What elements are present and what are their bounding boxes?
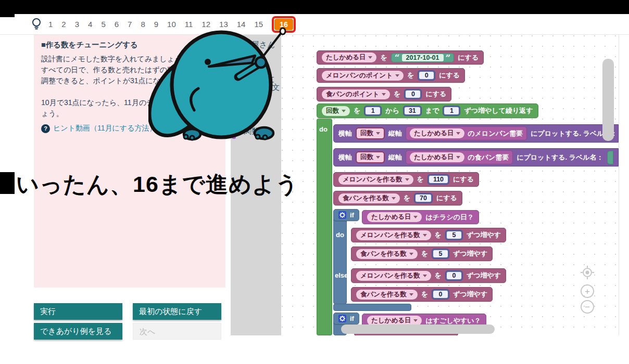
dropdown-caret-icon bbox=[376, 132, 380, 135]
step-8[interactable]: 8 bbox=[141, 20, 145, 29]
variable-dropdown-field[interactable]: 食パンを作る数 bbox=[338, 193, 400, 203]
variable-dropdown-field[interactable]: たしかめる日 bbox=[410, 128, 464, 138]
variable-dropdown-field[interactable]: たしかめる日 bbox=[367, 212, 422, 222]
dropdown-caret-icon bbox=[405, 178, 409, 181]
number-input-block[interactable]: 0 bbox=[418, 70, 435, 81]
block-label: まで bbox=[425, 106, 439, 115]
block-label: にする bbox=[458, 53, 479, 62]
step-4[interactable]: 4 bbox=[88, 20, 92, 29]
zoom-reset-button[interactable] bbox=[581, 266, 594, 279]
block-label: を bbox=[354, 106, 360, 115]
run-button[interactable]: 実行 bbox=[34, 303, 122, 320]
if1-bottom[interactable] bbox=[333, 304, 411, 311]
block-label: を bbox=[407, 71, 414, 80]
block-set-melonpan-point[interactable]: メロンパンのポイントを0にする bbox=[317, 68, 465, 83]
zoom-in-button[interactable]: + bbox=[581, 284, 594, 298]
if1-spine[interactable] bbox=[333, 212, 347, 304]
block-if1-do-shokupan[interactable]: 食パンを作る数を5ずつ増やす bbox=[351, 246, 493, 261]
step-2[interactable]: 2 bbox=[61, 20, 66, 29]
number-input-block[interactable]: 31 bbox=[403, 106, 422, 116]
text-block-stub[interactable] bbox=[607, 151, 613, 164]
next-button[interactable]: 次へ bbox=[133, 323, 221, 340]
block-count-loop-header[interactable]: 回数を1から31まで1ずつ増やして繰り返す bbox=[317, 103, 538, 118]
step-5[interactable]: 5 bbox=[101, 20, 105, 29]
block-label: ずつ増やす bbox=[453, 290, 487, 299]
k3tunnel-app: K3Tunnel ケイサントンネル ミッション名： パン屋さんのこまったを解決し… bbox=[0, 0, 629, 364]
block-label: を bbox=[435, 271, 442, 280]
block-if1-else-melonpan[interactable]: メロンパンを作る数を0ずつ増やす bbox=[351, 268, 506, 283]
step-7[interactable]: 7 bbox=[128, 20, 132, 29]
block-set-shokupan-make[interactable]: 食パンを作る数を70にする bbox=[333, 191, 462, 205]
vertical-scrollbar[interactable] bbox=[602, 59, 614, 141]
step-6[interactable]: 6 bbox=[115, 20, 119, 29]
number-input-block[interactable]: 1 bbox=[443, 106, 460, 116]
if1-do-label: do bbox=[336, 231, 344, 239]
block-label: の食パン需要 bbox=[468, 153, 509, 162]
variable-dropdown-field[interactable]: たしかめる日 bbox=[322, 53, 376, 62]
number-input-block[interactable]: 110 bbox=[427, 174, 449, 185]
block-if2-header[interactable]: if bbox=[333, 313, 359, 324]
block-plot-melonpan[interactable]: 横軸回数縦軸たしかめる日のメロンパン需要にプロットする. ラベル名： bbox=[333, 124, 619, 142]
variable-getter-block[interactable]: 回数 bbox=[356, 151, 385, 163]
zoom-out-button[interactable]: − bbox=[581, 300, 594, 314]
if1-else-label: else bbox=[335, 271, 348, 279]
text-input-block[interactable]: “2017-10-01” bbox=[391, 53, 455, 62]
step-1[interactable]: 1 bbox=[48, 20, 53, 29]
number-input-block[interactable]: 70 bbox=[414, 193, 433, 203]
number-input-block[interactable]: 1 bbox=[364, 106, 382, 116]
dropdown-caret-icon bbox=[413, 319, 418, 322]
block-label: を bbox=[421, 290, 428, 299]
block-label: ずつ増やす bbox=[453, 249, 487, 258]
number-input-block[interactable]: 0 bbox=[445, 270, 463, 281]
block-set-checkdate[interactable]: たしかめる日を“2017-10-01”にする bbox=[317, 50, 484, 64]
mutator-gear-icon[interactable] bbox=[338, 315, 346, 322]
dropdown-caret-icon bbox=[409, 253, 413, 255]
block-label: を bbox=[417, 175, 424, 184]
number-input-block[interactable]: 0 bbox=[404, 89, 422, 99]
horizontal-scrollbar[interactable] bbox=[341, 324, 495, 334]
variable-getter-block[interactable]: 回数 bbox=[356, 127, 385, 139]
variable-dropdown-field[interactable]: たしかめる日 bbox=[410, 152, 464, 162]
variable-dropdown-field[interactable]: メロンパンのポイント bbox=[322, 71, 404, 81]
dropdown-caret-icon bbox=[382, 93, 386, 96]
block-label: ずつ増やす bbox=[467, 271, 501, 280]
number-input-block[interactable]: 0 bbox=[432, 289, 449, 300]
step-3[interactable]: 3 bbox=[75, 20, 79, 29]
block-label: を bbox=[380, 53, 387, 62]
variable-dropdown-field[interactable]: メロンパンを作る数 bbox=[356, 271, 431, 281]
number-input-block[interactable]: 5 bbox=[445, 230, 463, 240]
dropdown-caret-icon bbox=[376, 156, 380, 159]
block-plot-shokupan[interactable]: 横軸回数縦軸たしかめる日の食パン需要にプロットする. ラベル名： bbox=[333, 148, 619, 166]
block-if1-header[interactable]: if bbox=[333, 209, 359, 221]
nested-value-block[interactable]: たしかめる日の食パン需要 bbox=[406, 150, 513, 164]
block-label: if bbox=[350, 211, 354, 219]
variable-dropdown-field[interactable]: 食パンを作る数 bbox=[356, 249, 418, 259]
block-if1-condition[interactable]: たしかめる日はチラシの日？ bbox=[362, 210, 479, 224]
block-set-melonpan-make[interactable]: メロンパンを作る数を110にする bbox=[333, 172, 479, 187]
block-if1-do-melonpan[interactable]: メロンパンを作る数を5ずつ増やす bbox=[351, 228, 506, 242]
loop-spine[interactable] bbox=[317, 119, 332, 335]
bird-mascot bbox=[148, 27, 289, 147]
variable-dropdown-field[interactable]: メロンパンを作る数 bbox=[356, 230, 431, 240]
block-label: はチラシの日？ bbox=[425, 213, 474, 222]
dropdown-caret-icon bbox=[395, 74, 399, 77]
topbar bbox=[0, 0, 629, 14]
dropdown-caret-icon bbox=[423, 275, 427, 277]
variable-dropdown-field[interactable]: メロンパンを作る数 bbox=[338, 175, 413, 185]
overlay-clipped-glyph bbox=[0, 172, 15, 194]
variable-dropdown-field[interactable]: 食パンを作る数 bbox=[356, 290, 418, 300]
example-button[interactable]: できあがり例を見る bbox=[34, 323, 122, 340]
block-set-shokupan-point[interactable]: 食パンのポイントを0にする bbox=[317, 87, 451, 101]
block-label: から bbox=[385, 106, 399, 115]
lightbulb-icon[interactable] bbox=[31, 18, 42, 31]
reset-button[interactable]: 最初の状態に戻す bbox=[133, 303, 221, 320]
mutator-gear-icon[interactable] bbox=[338, 211, 346, 219]
block-if1-else-shokupan[interactable]: 食パンを作る数を0ずつ増やす bbox=[351, 287, 493, 302]
block-label: にする bbox=[453, 175, 474, 184]
variable-dropdown-field[interactable]: 回数 bbox=[322, 106, 350, 116]
blockly-workspace[interactable]: + − たしかめる日を“2017-10-01”にするメロンパンのポイントを0にす… bbox=[281, 35, 619, 335]
nested-value-block[interactable]: たしかめる日のメロンパン需要 bbox=[406, 126, 527, 140]
number-input-block[interactable]: 5 bbox=[432, 249, 449, 259]
overlay-annotation-text: いったん、16まで進めよう bbox=[16, 170, 299, 200]
variable-dropdown-field[interactable]: 食パンのポイント bbox=[322, 89, 390, 99]
